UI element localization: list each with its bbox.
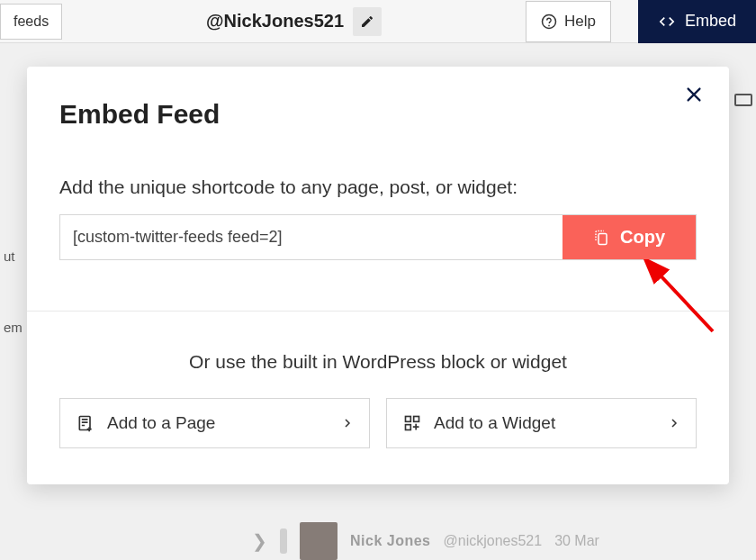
close-icon bbox=[684, 85, 704, 104]
topbar-actions: Help Embed bbox=[526, 0, 756, 43]
help-icon bbox=[541, 14, 557, 30]
svg-rect-5 bbox=[406, 425, 411, 430]
copy-button[interactable]: Copy bbox=[562, 215, 696, 259]
page-plus-icon bbox=[76, 414, 94, 432]
pencil-icon bbox=[360, 14, 374, 29]
modal-subtitle: Add the unique shortcode to any page, po… bbox=[59, 176, 697, 198]
help-label: Help bbox=[564, 13, 596, 31]
feed-name: @NickJones521 bbox=[206, 11, 344, 32]
action-row: Add to a Page Add to a Widget bbox=[59, 398, 697, 448]
svg-rect-3 bbox=[406, 417, 411, 422]
tweet-handle: @nickjones521 bbox=[443, 533, 542, 549]
shortcode-input[interactable] bbox=[60, 215, 562, 259]
embed-button[interactable]: Embed bbox=[638, 0, 756, 43]
widget-plus-icon bbox=[403, 414, 421, 432]
scrollbar-thumb[interactable] bbox=[280, 528, 287, 554]
chevron-right-icon bbox=[342, 417, 353, 429]
sidebar-fragment: em bbox=[0, 314, 26, 340]
feed-title-area: @NickJones521 bbox=[62, 7, 526, 36]
shortcode-row: Copy bbox=[59, 214, 697, 260]
edit-feed-name-button[interactable] bbox=[353, 7, 382, 36]
embed-label: Embed bbox=[685, 12, 736, 31]
add-to-page-button[interactable]: Add to a Page bbox=[59, 398, 370, 448]
avatar bbox=[300, 522, 338, 560]
feeds-link[interactable]: feeds bbox=[0, 4, 62, 40]
help-button[interactable]: Help bbox=[526, 1, 611, 42]
copy-label: Copy bbox=[620, 227, 665, 248]
svg-rect-1 bbox=[598, 233, 607, 244]
topbar: feeds @NickJones521 Help Embed bbox=[0, 0, 756, 43]
code-icon bbox=[658, 13, 676, 31]
sidebar-partial: ut em bbox=[0, 126, 26, 340]
tweet-preview-row: ❯ Nick Jones @nickjones521 30 Mar bbox=[252, 522, 599, 560]
or-text: Or use the built in WordPress block or w… bbox=[59, 351, 697, 373]
add-to-widget-label: Add to a Widget bbox=[434, 413, 555, 433]
divider bbox=[27, 311, 729, 312]
svg-rect-4 bbox=[414, 417, 419, 422]
desktop-preview-icon[interactable] bbox=[734, 94, 752, 106]
tweet-date: 30 Mar bbox=[554, 533, 599, 549]
sidebar-fragment: ut bbox=[0, 243, 26, 269]
modal-title: Embed Feed bbox=[59, 99, 697, 130]
close-modal-button[interactable] bbox=[684, 85, 704, 108]
add-to-widget-button[interactable]: Add to a Widget bbox=[386, 398, 697, 448]
chevron-right-icon: ❯ bbox=[252, 530, 267, 552]
embed-feed-modal: Embed Feed Add the unique shortcode to a… bbox=[27, 67, 729, 484]
tweet-author: Nick Jones bbox=[350, 533, 430, 549]
chevron-right-icon bbox=[669, 417, 680, 429]
copy-icon bbox=[593, 229, 609, 247]
add-to-page-label: Add to a Page bbox=[107, 413, 215, 433]
